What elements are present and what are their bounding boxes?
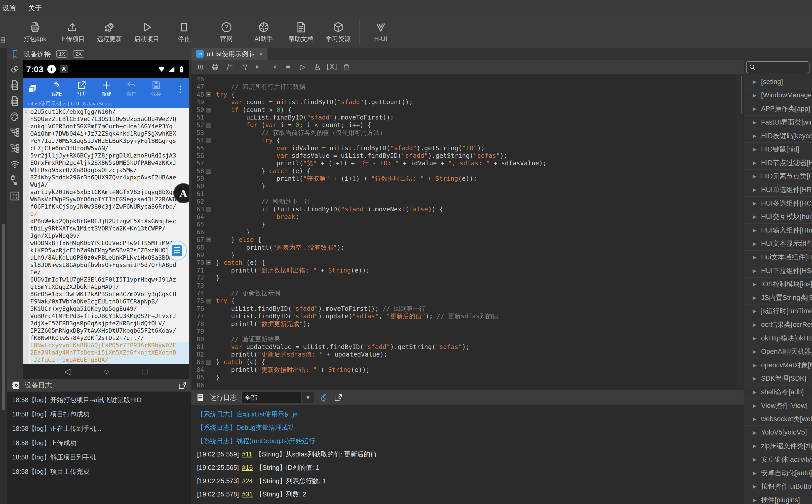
expand-arrow-icon[interactable]: ▶ — [753, 470, 756, 476]
side-wifi-icon[interactable] — [10, 159, 20, 170]
api-tree-item[interactable]: ▶SDK管理[SDK] — [744, 372, 812, 385]
fold-marker[interactable]: − — [206, 108, 211, 112]
expand-arrow-icon[interactable]: ▶ — [753, 146, 756, 152]
api-tree-item[interactable]: ▶Hui文本域组件[HTe — [744, 250, 812, 264]
api-tree-item[interactable]: ▶HUI交互模块[hui] — [744, 210, 812, 223]
api-tree-item[interactable]: ▶APP操作类[app] — [744, 102, 812, 115]
mirror-zoom-1x-button[interactable]: 1X — [56, 50, 67, 58]
clear-log-button[interactable] — [319, 393, 329, 402]
expand-arrow-icon[interactable]: ▶ — [753, 443, 756, 449]
api-tree-item[interactable]: ▶zip压缩文件类[zip] — [744, 439, 812, 453]
fold-marker[interactable]: − — [206, 123, 211, 128]
tab-close-icon[interactable]: × — [259, 50, 263, 58]
toolbar-button-play[interactable]: 启动项目 — [128, 17, 165, 47]
expand-arrow-icon[interactable]: ▶ — [753, 241, 756, 247]
fold-marker[interactable]: − — [206, 207, 211, 212]
expand-arrow-icon[interactable]: ▶ — [753, 79, 756, 85]
device-log-expand-icon[interactable] — [178, 380, 187, 390]
editor-toolbar-print-button[interactable] — [210, 61, 221, 72]
fold-marker[interactable]: − — [206, 138, 211, 143]
run-log-expand-icon[interactable] — [333, 393, 343, 402]
run-log-list[interactable]: 【系统日志】启动uiList使用示例.js【系统日志】Debug变量清理成功【系… — [191, 406, 744, 504]
side-yolo-icon[interactable]: YOLO — [10, 191, 20, 201]
nav-recents-icon[interactable]: □ — [142, 366, 147, 377]
phone-toolbar-plus[interactable]: 新建 — [102, 80, 112, 97]
toolbar-item-partial[interactable]: 目 — [0, 15, 11, 50]
api-tree-item[interactable]: ▶HID键鼠[hid] — [744, 142, 812, 156]
log-line-link[interactable]: #16 — [242, 464, 253, 471]
expand-arrow-icon[interactable]: ▶ — [753, 295, 756, 301]
api-tree-item[interactable]: ▶FastUI界面类[windo — [744, 115, 812, 129]
api-tree-item[interactable]: ▶插件[plugins] — [744, 493, 812, 504]
api-search-input[interactable] — [756, 63, 805, 71]
expand-arrow-icon[interactable]: ▶ — [753, 308, 756, 314]
editor-toolbar-run-button[interactable]: ▷ — [297, 61, 308, 72]
phone-toolbar-pages[interactable] — [27, 84, 37, 94]
expand-arrow-icon[interactable]: ▶ — [753, 254, 756, 260]
editor-toolbar-format-button[interactable]: ≣ — [283, 61, 294, 72]
log-line-link[interactable]: #31 — [242, 490, 253, 498]
fold-marker[interactable]: − — [206, 360, 211, 365]
mirror-zoom-2x-button[interactable]: 2X — [73, 50, 84, 58]
left-scrollbar-thumb[interactable] — [2, 224, 5, 410]
expand-arrow-icon[interactable]: ▶ — [753, 403, 756, 409]
expand-arrow-icon[interactable]: ▶ — [753, 281, 756, 287]
toolbar-button-upload[interactable]: 上传项目 — [54, 17, 91, 47]
expand-arrow-icon[interactable]: ▶ — [753, 187, 756, 193]
api-tree-item[interactable]: ▶[seting] — [744, 75, 812, 89]
api-tree-item[interactable]: ▶View控件[View] — [744, 399, 812, 412]
expand-arrow-icon[interactable]: ▶ — [753, 335, 756, 341]
editor-toolbar-trash-button[interactable] — [341, 61, 352, 72]
api-tree-item[interactable]: ▶YoloV5[yoloV5] — [744, 425, 812, 439]
expand-arrow-icon[interactable]: ▶ — [753, 375, 756, 381]
toolbar-button-apk[interactable]: APK打包apk — [16, 17, 54, 47]
expand-arrow-icon[interactable]: ▶ — [753, 348, 756, 355]
phone-toolbar-dots[interactable]: ⋮ — [176, 84, 184, 94]
expand-arrow-icon[interactable]: ▶ — [753, 119, 756, 125]
phone-toolbar-save[interactable]: 保存 — [151, 80, 161, 97]
side-nodetree-icon[interactable] — [10, 127, 20, 138]
api-tree-item[interactable]: ▶IOS控制模块[ios] — [744, 277, 812, 291]
side-apkfile-icon[interactable]: APK — [10, 80, 20, 90]
expand-arrow-icon[interactable]: ▶ — [753, 483, 756, 489]
side-usb-icon[interactable] — [10, 175, 20, 185]
api-tree-item[interactable]: ▶HID节点过滤器[Hid — [744, 156, 812, 170]
expand-arrow-icon[interactable]: ▶ — [753, 227, 756, 233]
expand-arrow-icon[interactable]: ▶ — [753, 416, 756, 422]
editor-toolbar-flask-button[interactable] — [312, 61, 323, 72]
menu-设置[interactable]: 设置 — [3, 4, 16, 13]
doc-floating-bubble[interactable] — [167, 241, 187, 261]
expand-arrow-icon[interactable]: ▶ — [753, 160, 756, 166]
run-log-filter-select[interactable]: 全部 ▼ — [241, 392, 315, 403]
api-tree-item[interactable]: ▶HUI文本显示组件[H — [744, 237, 812, 250]
api-tree-item[interactable]: ▶ocr结果类[ocrResul — [744, 318, 812, 331]
expand-arrow-icon[interactable]: ▶ — [753, 362, 756, 368]
api-tree-item[interactable]: ▶HUI单选组件[HRadi — [744, 183, 812, 197]
expand-arrow-icon[interactable]: ▶ — [753, 133, 756, 139]
api-tree-item[interactable]: ▶HID按键码[keycode — [744, 129, 812, 142]
api-tree-item[interactable]: ▶HID元素节点类[Hid — [744, 169, 812, 183]
editor-toolbar-outdent-button[interactable]: ⇤ — [253, 61, 264, 72]
menu-关于[interactable]: 关于 — [28, 4, 42, 13]
expand-arrow-icon[interactable]: ▶ — [753, 430, 756, 436]
api-tree-item[interactable]: ▶[WindowManager] — [744, 89, 812, 102]
toolbar-button-box[interactable]: 学习资源 — [320, 17, 357, 47]
log-line-link[interactable]: #24 — [242, 477, 253, 485]
phone-mirror[interactable]: 7:03 i A ✎编辑打开新建撤销保存⋮ uiList使用示例.js | UT… — [23, 60, 189, 379]
phone-toolbar-open[interactable]: 打开 — [77, 80, 87, 97]
fold-marker[interactable]: − — [206, 299, 211, 303]
expand-arrow-icon[interactable]: ▶ — [753, 389, 756, 395]
expand-arrow-icon[interactable]: ▶ — [753, 200, 756, 206]
fold-marker[interactable]: − — [206, 238, 211, 242]
tab-uilist-example[interactable]: JS uiList使用示例.js × — [191, 48, 267, 60]
code-editor[interactable]: 4647 // 遍历所有行并打印数据48−try {49 var count =… — [191, 74, 744, 390]
api-tree-item[interactable]: ▶HUI多选组件[HChe — [744, 196, 812, 210]
api-search-box[interactable] — [746, 61, 809, 73]
side-hidtree-icon[interactable]: HID — [10, 143, 20, 154]
side-palette-icon[interactable] — [10, 111, 20, 122]
expand-arrow-icon[interactable]: ▶ — [753, 214, 756, 220]
phone-toolbar-undo[interactable]: 撤销 — [126, 80, 136, 97]
api-tree-item[interactable]: ▶JS内置String类[Str — [744, 291, 812, 304]
api-tree-item[interactable]: ▶HUI输入组件[HInpu — [744, 223, 812, 237]
editor-toolbar-regex-button[interactable]: [X] — [326, 61, 337, 72]
